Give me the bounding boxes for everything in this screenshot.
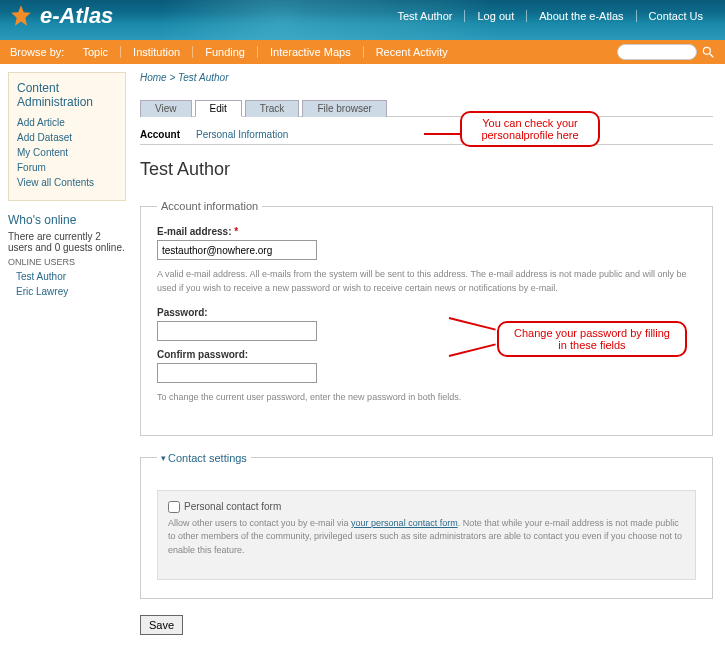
password-help: To change the current user password, ent… xyxy=(157,391,696,405)
password-field[interactable] xyxy=(157,321,317,341)
sidebar-online-text: There are currently 2 users and 0 guests… xyxy=(8,231,126,253)
save-button[interactable]: Save xyxy=(140,615,183,635)
email-help: A valid e-mail address. All e-mails from… xyxy=(157,268,696,295)
annotation-profile: You can check your personalprofile here xyxy=(460,111,600,147)
nav-recent[interactable]: Recent Activity xyxy=(364,46,460,58)
top-link-about[interactable]: About the e-Atlas xyxy=(527,10,636,22)
tab-edit[interactable]: Edit xyxy=(195,100,242,117)
sidebar-online-title: Who's online xyxy=(8,213,126,227)
personal-contact-label: Personal contact form xyxy=(184,501,281,512)
sidebar: Content Administration Add Article Add D… xyxy=(8,72,126,653)
sidebar-link-forum[interactable]: Forum xyxy=(17,160,117,175)
contact-fieldset: ▾Contact settings Personal contact form … xyxy=(140,452,713,600)
nav-maps[interactable]: Interactive Maps xyxy=(258,46,364,58)
sidebar-link-view-all[interactable]: View all Contents xyxy=(17,175,117,190)
triangle-down-icon: ▾ xyxy=(161,453,166,463)
primary-tabs: View Edit Track File browser xyxy=(140,99,713,117)
nav-bar: Browse by: Topic Institution Funding Int… xyxy=(0,40,725,64)
sidebar-link-my-content[interactable]: My Content xyxy=(17,145,117,160)
search-input[interactable] xyxy=(617,44,697,60)
sidebar-link-add-article[interactable]: Add Article xyxy=(17,115,117,130)
breadcrumb: Home > Test Author xyxy=(140,72,713,83)
top-links: Test Author Log out About the e-Atlas Co… xyxy=(385,10,715,22)
svg-point-0 xyxy=(703,47,710,54)
subtab-personal-info[interactable]: Personal Information xyxy=(196,129,288,140)
tab-track[interactable]: Track xyxy=(245,100,300,117)
top-link-logout[interactable]: Log out xyxy=(465,10,527,22)
annotation-line xyxy=(424,133,460,135)
sidebar-link-add-dataset[interactable]: Add Dataset xyxy=(17,130,117,145)
email-label: E-mail address: * xyxy=(157,226,696,237)
starfish-icon xyxy=(8,3,34,29)
annotation-line xyxy=(449,317,496,331)
contact-help: Allow other users to contact you by e-ma… xyxy=(168,517,685,558)
top-link-contact[interactable]: Contact Us xyxy=(637,10,715,22)
nav-institution[interactable]: Institution xyxy=(121,46,193,58)
nav-label: Browse by: xyxy=(10,46,64,58)
tab-file-browser[interactable]: File browser xyxy=(302,100,386,117)
sidebar-admin-box: Content Administration Add Article Add D… xyxy=(8,72,126,201)
sidebar-online-caption: ONLINE USERS xyxy=(8,257,126,267)
crumb-current: Test Author xyxy=(178,72,228,83)
personal-contact-checkbox[interactable] xyxy=(168,501,180,513)
header-banner: e-Atlas Test Author Log out About the e-… xyxy=(0,0,725,40)
personal-contact-form-link[interactable]: your personal contact form xyxy=(351,518,458,528)
svg-line-1 xyxy=(710,54,714,58)
password-label: Password: xyxy=(157,307,696,318)
annotation-password: Change your password by filling in these… xyxy=(497,321,687,357)
sidebar-admin-title: Content Administration xyxy=(17,81,117,109)
sidebar-online-box: Who's online There are currently 2 users… xyxy=(8,213,126,299)
contact-legend[interactable]: ▾Contact settings xyxy=(157,452,251,464)
site-logo[interactable]: e-Atlas xyxy=(8,3,113,29)
account-fieldset: Account information E-mail address: * A … xyxy=(140,200,713,436)
main-content: Home > Test Author View Edit Track File … xyxy=(136,72,717,653)
search-icon[interactable] xyxy=(701,45,715,59)
secondary-tabs: Account Personal Information You can che… xyxy=(140,129,713,145)
crumb-home[interactable]: Home xyxy=(140,72,167,83)
confirm-password-field[interactable] xyxy=(157,363,317,383)
account-legend: Account information xyxy=(157,200,262,212)
contact-inner: Personal contact form Allow other users … xyxy=(157,490,696,581)
tab-view[interactable]: View xyxy=(140,100,192,117)
nav-funding[interactable]: Funding xyxy=(193,46,258,58)
page-title: Test Author xyxy=(140,159,713,180)
email-field[interactable] xyxy=(157,240,317,260)
site-name: e-Atlas xyxy=(40,3,113,29)
subtab-account[interactable]: Account xyxy=(140,129,180,140)
sidebar-online-user-0[interactable]: Test Author xyxy=(8,269,126,284)
crumb-sep: > xyxy=(169,72,175,83)
nav-topic[interactable]: Topic xyxy=(70,46,121,58)
top-link-user[interactable]: Test Author xyxy=(385,10,465,22)
sidebar-online-user-1[interactable]: Eric Lawrey xyxy=(8,284,126,299)
